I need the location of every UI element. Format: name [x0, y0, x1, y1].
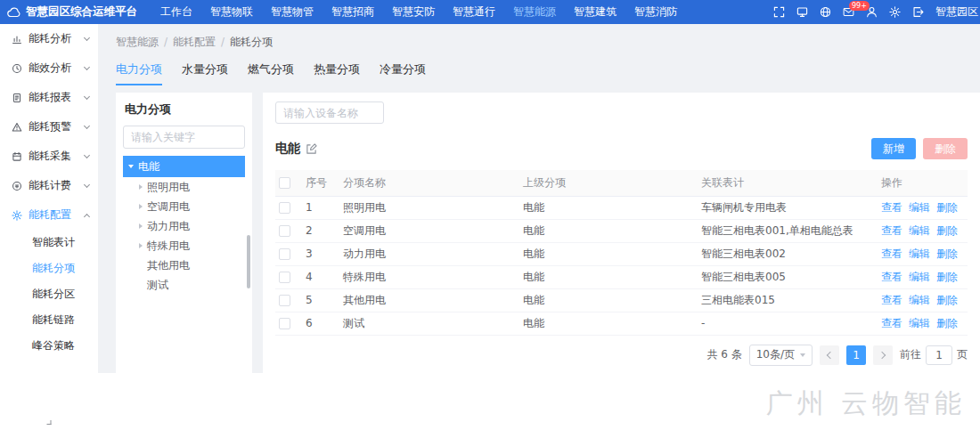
page-number-button[interactable]: 1 — [846, 345, 866, 365]
view-link[interactable]: 查看 — [881, 224, 902, 237]
tree-node[interactable]: 其他用电 — [123, 256, 245, 275]
page-size-select[interactable]: 10条/页 — [749, 345, 813, 366]
mail-icon[interactable]: 99+ — [843, 6, 854, 18]
nav-property[interactable]: 智慧物管 — [262, 0, 323, 24]
chevron-down-icon — [84, 63, 90, 69]
fullscreen-icon[interactable] — [773, 6, 785, 18]
tab-water[interactable]: 水量分项 — [182, 61, 228, 85]
edit-link[interactable]: 编辑 — [909, 247, 930, 260]
view-link[interactable]: 查看 — [881, 294, 902, 306]
delete-link[interactable]: 删除 — [936, 201, 958, 214]
row-checkbox[interactable] — [279, 318, 290, 329]
tree-search-input[interactable] — [123, 126, 245, 149]
breadcrumb-item-current: 能耗分项 — [230, 36, 273, 48]
table-header-row: 序号 分项名称 上级分项 关联表计 操作 — [275, 170, 968, 196]
edit-link[interactable]: 编辑 — [909, 294, 930, 306]
tree-node[interactable]: 动力用电 — [123, 216, 245, 236]
row-checkbox[interactable] — [279, 225, 290, 237]
tree-panel-title: 电力分项 — [123, 101, 245, 118]
row-checkbox[interactable] — [279, 202, 290, 214]
tab-electric[interactable]: 电力分项 — [116, 61, 162, 85]
edit-link[interactable]: 编辑 — [909, 201, 930, 214]
tree-node-label: 照明用电 — [147, 180, 190, 195]
sidebar-item-energy-collection[interactable]: 能耗采集 — [0, 142, 98, 171]
app-title: 智慧园区综合运维平台 — [26, 4, 137, 20]
row-checkbox[interactable] — [279, 295, 290, 306]
nav-workbench[interactable]: 工作台 — [151, 0, 201, 24]
sidebar-item-label: 能耗计费 — [29, 178, 85, 193]
view-link[interactable]: 查看 — [881, 317, 902, 329]
chevron-down-icon — [84, 34, 90, 40]
nav-building[interactable]: 智慧建筑 — [565, 0, 625, 24]
page-goto-input[interactable] — [926, 345, 952, 365]
tab-heat[interactable]: 热量分项 — [314, 61, 360, 85]
edit-link[interactable]: 编辑 — [909, 224, 930, 237]
table-row: 2 空调用电 电能 智能三相电表001,单相电能总表 查看编辑删除 — [275, 219, 968, 242]
nav-access[interactable]: 智慧通行 — [444, 0, 504, 24]
sidebar-item-energy-alert[interactable]: 能耗预警 — [0, 112, 98, 142]
nav-security[interactable]: 智慧安防 — [383, 0, 444, 24]
edit-link[interactable]: 编辑 — [909, 317, 930, 329]
nav-energy[interactable]: 智慧能源 — [504, 0, 565, 24]
row-checkbox[interactable] — [279, 272, 290, 283]
globe-icon[interactable] — [820, 6, 831, 18]
select-all-checkbox[interactable] — [279, 177, 290, 189]
edit-icon[interactable] — [306, 143, 317, 155]
delete-button[interactable]: 删除 — [923, 138, 968, 159]
sidebar-item-efficiency-analysis[interactable]: 能效分析 — [0, 53, 98, 83]
tab-cooling[interactable]: 冷量分项 — [380, 61, 426, 85]
view-link[interactable]: 查看 — [881, 271, 902, 283]
cell-name: 特殊用电 — [339, 265, 519, 288]
sidebar-item-label: 能耗预警 — [29, 119, 85, 134]
view-link[interactable]: 查看 — [881, 247, 902, 260]
nav-investment[interactable]: 智慧招商 — [323, 0, 383, 24]
park-name[interactable]: 智慧园区 — [935, 4, 980, 20]
delete-link[interactable]: 删除 — [936, 247, 958, 260]
sidebar-item-energy-analysis[interactable]: 能耗分析 — [0, 24, 98, 53]
breadcrumb-item[interactable]: 智慧能源 — [116, 36, 159, 48]
sidebar-sub-energy-subitem[interactable]: 能耗分项 — [0, 256, 98, 281]
sidebar: 能耗分析 能效分析 能耗报表 能耗预警 能耗采集 能耗计费 — [0, 24, 98, 430]
settings-icon[interactable] — [889, 6, 901, 18]
sidebar-item-energy-config[interactable]: 能耗配置 — [0, 200, 98, 230]
view-link[interactable]: 查看 — [881, 201, 902, 214]
sidebar-item-energy-billing[interactable]: 能耗计费 — [0, 171, 98, 200]
add-button[interactable]: 新增 — [871, 138, 916, 159]
delete-link[interactable]: 删除 — [936, 224, 958, 237]
row-checkbox[interactable] — [279, 248, 290, 260]
report-icon — [12, 93, 22, 103]
watermark: 广州 云物智能 — [765, 385, 966, 422]
user-icon[interactable] — [866, 6, 878, 18]
tree-node[interactable]: 空调用电 — [123, 197, 245, 216]
nav-iot[interactable]: 智慧物联 — [201, 0, 262, 24]
column-header: 序号 — [302, 170, 339, 196]
cell-meters: 智能三相电表002 — [698, 242, 878, 265]
cell-index: 5 — [302, 288, 339, 312]
sidebar-scroll-chevron-icon[interactable] — [47, 420, 52, 425]
delete-link[interactable]: 删除 — [936, 317, 958, 329]
tree-node[interactable]: 特殊用电 — [123, 236, 245, 256]
logout-icon[interactable] — [912, 6, 924, 18]
sidebar-sub-smart-meter[interactable]: 智能表计 — [0, 230, 98, 256]
next-page-button[interactable] — [873, 345, 893, 365]
breadcrumb-item[interactable]: 能耗配置 — [173, 36, 216, 48]
sidebar-sub-energy-zone[interactable]: 能耗分区 — [0, 281, 98, 307]
sidebar-sub-peak-valley[interactable]: 峰谷策略 — [0, 333, 98, 359]
sidebar-sub-energy-link[interactable]: 能耗链路 — [0, 307, 98, 333]
edit-link[interactable]: 编辑 — [909, 271, 930, 283]
tree-node-label: 其他用电 — [147, 258, 190, 273]
goto-label: 前往 — [900, 347, 921, 362]
tree-node[interactable]: 测试 — [123, 275, 245, 295]
tree-scrollbar-thumb[interactable] — [247, 235, 250, 288]
nav-fire[interactable]: 智慧消防 — [625, 0, 686, 24]
delete-link[interactable]: 删除 — [936, 294, 958, 306]
tab-gas[interactable]: 燃气分项 — [248, 61, 294, 85]
prev-page-button[interactable] — [820, 345, 839, 365]
tree-node-label: 电能 — [138, 159, 159, 174]
tree-node-root[interactable]: 电能 — [123, 156, 245, 177]
device-search-input[interactable] — [275, 101, 384, 124]
monitor-icon[interactable] — [796, 6, 808, 18]
tree-node[interactable]: 照明用电 — [123, 177, 245, 197]
delete-link[interactable]: 删除 — [936, 271, 958, 283]
sidebar-item-energy-report[interactable]: 能耗报表 — [0, 83, 98, 112]
